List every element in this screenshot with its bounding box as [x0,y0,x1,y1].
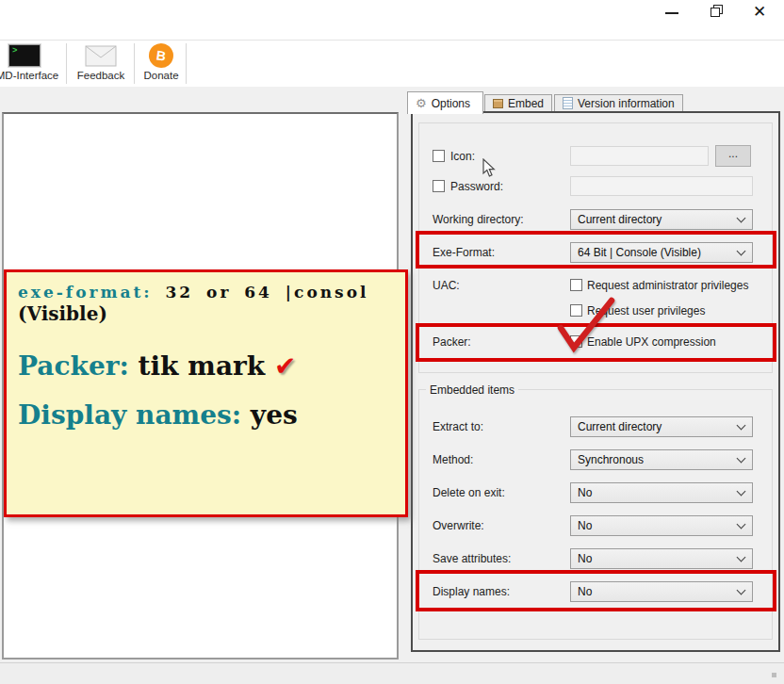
extract-to-label: Extract to: [433,420,483,433]
dropdown-value: No [578,519,592,532]
note-packer-line: Packer: tik mark ✔ [18,352,394,382]
icon-browse-button[interactable]: ... [715,145,751,167]
uac-admin-checkbox[interactable] [570,279,582,291]
tab-version-information[interactable]: Version information [554,94,683,111]
restore-button[interactable] [701,0,733,28]
dropdown-value: Synchronous [578,453,644,466]
method-label: Method: [433,453,473,466]
note-exe-format-line: exe-format: 32 or 64 |consol [18,282,394,303]
note-display-names-line: Display names: yes [18,401,394,431]
password-checkbox[interactable] [433,180,445,192]
close-button[interactable]: ✕ [745,0,777,28]
toolbar-button-cmd-interface[interactable]: > MD-Interface [0,41,66,87]
dropdown-value: Current directory [578,420,662,433]
toolbar-button-donate[interactable]: B Donate [138,41,185,87]
app-window: ✕ > MD-Interface Feedback B Donate ⚙ Opt… [0,0,784,684]
uac-user-label: Request user privileges [587,304,705,318]
highlight-box-exe-format [416,231,776,269]
tab-options[interactable]: ⚙ Options [407,91,483,114]
toolbar-label: Feedback [72,70,130,81]
dropdown-value: No [578,552,592,565]
bitcoin-icon: B [147,41,174,69]
uac-user-checkbox[interactable] [570,304,582,317]
gear-icon: ⚙ [416,96,427,110]
save-attributes-dropdown[interactable]: No [570,548,753,569]
tab-label: Embed [508,97,544,110]
password-input[interactable] [570,176,753,196]
document-icon [563,97,573,109]
extract-to-dropdown[interactable]: Current directory [570,416,753,437]
dropdown-value: Current directory [578,213,662,226]
toolbar-separator [134,43,135,84]
delete-on-exit-label: Delete on exit: [433,486,505,499]
icon-checkbox[interactable] [433,150,445,162]
title-bar: ✕ [0,0,784,40]
toolbar-label: MD-Interface [0,70,66,81]
minimize-icon [665,12,678,14]
icon-label: Icon: [450,150,475,163]
chevron-down-icon [737,454,746,464]
package-icon [493,99,503,108]
tab-label: Version information [578,97,675,110]
chevron-down-icon [737,487,746,497]
save-attributes-label: Save attributes: [433,552,511,565]
highlight-box-display-names [416,570,776,611]
toolbar: > MD-Interface Feedback B Donate [0,41,784,87]
console-icon: > [8,44,41,67]
status-bar [0,662,784,684]
envelope-icon [85,45,117,67]
close-icon: ✕ [753,2,766,21]
annotation-note: exe-format: 32 or 64 |consol (Visible) P… [4,269,408,517]
uac-admin-label: Request administrator privileges [587,279,748,292]
toolbar-separator [66,43,67,84]
method-dropdown[interactable]: Synchronous [570,449,753,470]
password-label: Password: [450,180,503,193]
chevron-down-icon [737,520,746,529]
embedded-items-title: Embedded items [426,383,518,397]
chevron-down-icon [737,553,746,562]
note-visible-line: (Visible) [18,303,394,324]
working-directory-label: Working directory: [433,213,523,226]
tab-label: Options [432,97,470,110]
resize-grip[interactable] [772,673,776,677]
uac-label: UAC: [433,279,460,292]
icon-path-input[interactable] [570,146,709,166]
dropdown-value: No [578,486,592,499]
tab-embed[interactable]: Embed [484,94,552,111]
check-icon: ✔ [274,350,296,382]
highlight-box-packer [416,323,776,362]
chevron-down-icon [737,421,746,431]
working-directory-dropdown[interactable]: Current directory [570,209,753,230]
minimize-button[interactable] [656,0,688,28]
overwrite-dropdown[interactable]: No [570,515,753,536]
toolbar-button-feedback[interactable]: Feedback [72,41,130,87]
overwrite-label: Overwrite: [433,519,484,532]
toolbar-separator [186,43,187,84]
chevron-down-icon [737,214,746,223]
toolbar-label: Donate [138,70,185,81]
delete-on-exit-dropdown[interactable]: No [570,482,753,503]
